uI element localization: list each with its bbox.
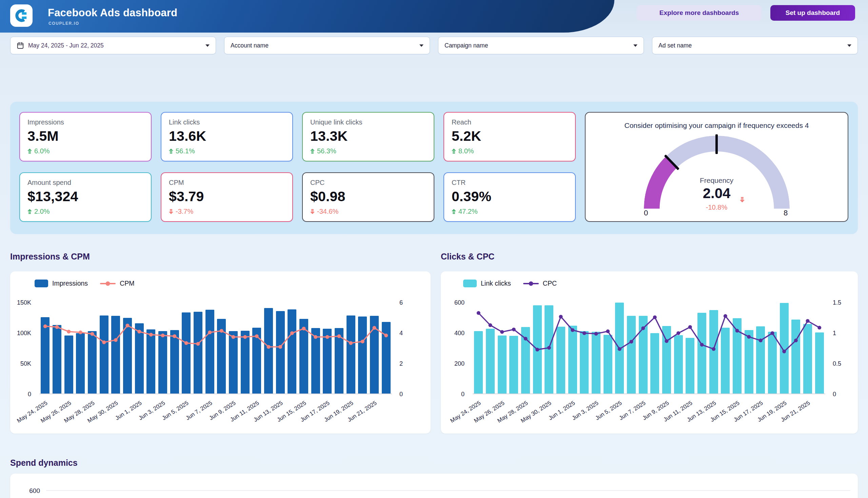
kpi-delta: 56.3% <box>310 147 426 155</box>
coupler-logo <box>10 4 32 27</box>
kpi-label: CPM <box>169 179 285 187</box>
y-axis-tick-right: 6 <box>399 299 403 306</box>
kpi-card-cpc: CPC$0.98-34.6% <box>302 172 434 222</box>
chevron-down-icon <box>419 44 424 47</box>
chevron-down-icon <box>847 44 851 47</box>
y-axis-tick-right: 1 <box>833 330 836 337</box>
kpi-card-impressions: Impressions3.5M6.0% <box>19 112 151 161</box>
kpi-delta: -3.7% <box>169 208 285 215</box>
brand-label: COUPLER.IO <box>49 21 79 26</box>
kpi-delta: 8.0% <box>452 147 567 155</box>
legend-item-cpc: CPC <box>523 279 557 287</box>
y-axis-tick-left: 50K <box>10 360 31 367</box>
kpi-delta: -34.6% <box>310 208 426 215</box>
legend-label: CPM <box>120 279 134 287</box>
clicks-cpc-chart: Link clicksCPC60040020001.510.50May 24, … <box>441 271 858 434</box>
dashboard-page: Facebook Ads dashboard COUPLER.IO Explor… <box>0 0 868 498</box>
y-axis-tick-left: 600 <box>441 299 465 306</box>
gauge-delta: -10.8% <box>644 204 790 211</box>
kpi-card-cpm: CPM$3.79-3.7% <box>161 172 293 222</box>
y-axis-tick-left: 0 <box>10 391 31 398</box>
section-title-spend-dynamics: Spend dynamics <box>10 458 78 468</box>
y-axis-tick-left: 100K <box>10 330 31 337</box>
filter-select-campaign-name[interactable]: Campaign name <box>438 37 644 54</box>
kpi-label: Impressions <box>27 118 144 126</box>
gauge-max-label: 8 <box>784 209 788 218</box>
kpi-value: $13,324 <box>27 188 144 205</box>
date-range-select[interactable]: May 24, 2025 - Jun 22, 2025 <box>10 37 216 54</box>
kpi-delta: 47.2% <box>452 208 567 215</box>
calendar-icon <box>17 42 24 49</box>
filter-select-ad-set-name[interactable]: Ad set name <box>652 37 858 54</box>
y-axis-tick-right: 0 <box>399 391 403 398</box>
spend-gridline <box>46 490 850 491</box>
y-axis-tick-right: 4 <box>399 330 403 337</box>
kpi-delta: 2.0% <box>27 208 144 215</box>
filter-select-account-name[interactable]: Account name <box>224 37 430 54</box>
filter-value: May 24, 2025 - Jun 22, 2025 <box>28 42 201 49</box>
kpi-label: CTR <box>452 179 567 187</box>
set-up-dashboard-button[interactable]: Set up dashboard <box>770 5 855 21</box>
plot-area <box>39 303 392 394</box>
kpi-card-unique-link-clicks: Unique link clicks13.3K56.3% <box>302 112 434 161</box>
section-title-impressions-cpm: Impressions & CPM <box>10 252 90 262</box>
x-axis-tick: Jun 5, 2025 <box>161 399 190 422</box>
y-axis-tick-right: 1.5 <box>833 299 841 306</box>
legend-line-icon <box>523 283 539 284</box>
kpi-value: 3.5M <box>27 128 144 144</box>
kpi-card-ctr: CTR0.39%47.2% <box>443 172 576 222</box>
chart-legend: ImpressionsCPM <box>35 279 134 287</box>
legend-label: Link clicks <box>481 279 511 287</box>
kpi-value: $3.79 <box>169 188 285 205</box>
line-cpc <box>473 303 825 394</box>
x-axis-tick: Jun 7, 2025 <box>618 399 646 422</box>
y-axis-tick-right: 0.5 <box>833 360 841 367</box>
spend-dynamics-chart: 600 <box>10 474 858 498</box>
legend-swatch-icon <box>35 279 48 287</box>
arrow-up-icon <box>452 209 456 214</box>
legend-swatch-icon <box>463 279 477 287</box>
kpi-label: Amount spend <box>27 179 144 187</box>
kpi-delta: 6.0% <box>27 147 144 155</box>
x-axis-tick: Jun 7, 2025 <box>185 399 213 422</box>
gauge-min-label: 0 <box>644 209 648 218</box>
kpi-value: 13.6K <box>169 128 285 144</box>
kpi-panel: Impressions3.5M6.0%Link clicks13.6K56.1%… <box>10 102 858 234</box>
y-axis-tick-left: 200 <box>441 360 465 367</box>
legend-line-icon <box>100 283 116 284</box>
x-axis-tick: Jun 1, 2025 <box>547 399 576 422</box>
arrow-up-icon <box>310 148 315 154</box>
filter-value: Campaign name <box>444 42 629 49</box>
kpi-card-link-clicks: Link clicks13.6K56.1% <box>161 112 293 161</box>
kpi-label: Reach <box>452 118 567 126</box>
x-axis-tick: Jun 5, 2025 <box>595 399 623 422</box>
chevron-down-icon <box>205 44 210 47</box>
arrow-down-icon <box>740 197 745 202</box>
arrow-down-icon <box>169 209 173 214</box>
gauge-metric-label: Frequency <box>644 176 790 185</box>
gauge-title: Consider optimising your campaign if fre… <box>586 121 847 130</box>
section-title-clicks-cpc: Clicks & CPC <box>441 252 494 262</box>
impressions-cpm-chart: ImpressionsCPM150K100K50K06420May 24, 20… <box>10 271 431 434</box>
kpi-value: 13.3K <box>310 128 426 144</box>
frequency-gauge-card: Consider optimising your campaign if fre… <box>585 112 848 222</box>
explore-more-dashboards-button[interactable]: Explore more dashboards <box>637 5 762 21</box>
kpi-card-reach: Reach5.2K8.0% <box>443 112 576 161</box>
y-axis-tick-right: 2 <box>399 360 403 367</box>
legend-label: CPC <box>543 279 557 287</box>
x-axis-tick: Jun 1, 2025 <box>114 399 143 422</box>
y-axis-tick-left: 150K <box>10 299 31 306</box>
arrow-up-icon <box>27 209 32 214</box>
arrow-down-icon <box>310 209 315 214</box>
arrow-up-icon <box>169 148 173 154</box>
plot-area <box>473 303 825 394</box>
coupler-logo-icon <box>14 9 28 23</box>
legend-label: Impressions <box>52 279 88 287</box>
spend-axis-tick: 600 <box>14 487 40 495</box>
header-banner: Facebook Ads dashboard COUPLER.IO <box>0 0 614 32</box>
legend-item-link-clicks: Link clicks <box>463 279 511 287</box>
legend-item-cpm: CPM <box>100 279 134 287</box>
y-axis-tick-right: 0 <box>833 391 836 398</box>
line-cpm <box>39 303 392 394</box>
page-title: Facebook Ads dashboard <box>48 7 177 19</box>
